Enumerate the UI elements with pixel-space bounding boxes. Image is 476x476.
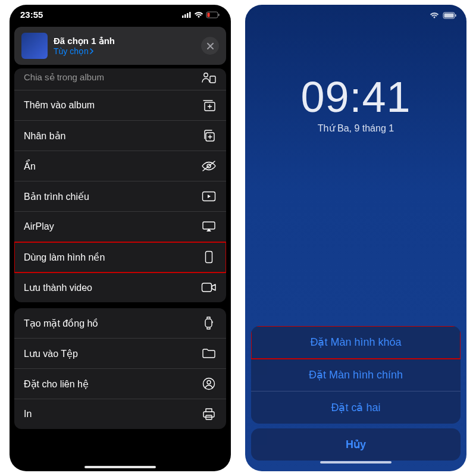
wallpaper-actionsheet: Đặt Màn hình khóaĐặt Màn hình chínhĐặt c… <box>251 326 461 465</box>
svg-rect-1 <box>184 14 186 18</box>
chevron-right-icon <box>90 48 94 54</box>
album-add-icon <box>201 99 217 112</box>
action-row[interactable]: AirPlay <box>14 212 226 242</box>
status-icons <box>182 11 220 18</box>
action-row-label: Thêm vào album <box>24 100 95 111</box>
action-row[interactable]: Lưu vào Tệp <box>14 339 226 369</box>
action-row-label: Tạo mặt đồng hồ <box>24 318 98 329</box>
action-row[interactable]: Tạo mặt đồng hồ <box>14 308 226 339</box>
action-row-label: Đặt cho liên hệ <box>24 378 89 390</box>
header-title: Đã chọn 1 ảnh <box>54 36 195 46</box>
svg-rect-2 <box>187 13 189 18</box>
video-icon <box>201 281 217 294</box>
lock-time: 09:41 <box>245 73 466 121</box>
action-row[interactable]: Thêm vào album <box>14 90 226 121</box>
play-rect-icon <box>201 190 217 203</box>
action-group: Tạo mặt đồng hồLưu vào TệpĐặt cho liên h… <box>14 308 226 429</box>
contact-icon <box>201 377 217 390</box>
action-row-label: AirPlay <box>24 221 54 232</box>
action-row[interactable]: Chia sẻ trong album <box>14 68 226 90</box>
sheet-header: Đã chọn 1 ảnh Tùy chọn <box>14 27 226 65</box>
action-row[interactable]: In <box>14 399 226 429</box>
action-row[interactable]: Dùng làm hình nền <box>14 242 226 273</box>
lock-clock: 09:41 Thứ Ba, 9 tháng 1 <box>245 73 466 134</box>
battery-low-icon <box>206 11 220 18</box>
wallpaper-option-button[interactable]: Đặt Màn hình khóa <box>251 326 461 359</box>
phone-rect-icon <box>201 250 217 264</box>
battery-icon <box>443 12 457 19</box>
action-row-label: Bản trình chiếu <box>24 191 89 202</box>
svg-rect-15 <box>202 283 212 292</box>
status-bar: 23:55 <box>10 5 231 22</box>
status-time: 23:55 <box>20 10 43 20</box>
home-indicator[interactable] <box>84 466 156 468</box>
action-row-label: In <box>24 409 32 419</box>
svg-rect-16 <box>205 319 212 327</box>
action-row-label: Lưu vào Tệp <box>24 348 78 359</box>
wallpaper-set-screen: 09:41 Thứ Ba, 9 tháng 1 Đặt Màn hình khó… <box>245 5 466 471</box>
home-indicator[interactable] <box>320 461 392 464</box>
action-list[interactable]: Chia sẻ trong albumThêm vào albumNhân bả… <box>14 68 226 452</box>
action-row-label: Nhân bản <box>24 130 66 142</box>
action-group: Chia sẻ trong albumThêm vào albumNhân bả… <box>14 68 226 302</box>
svg-rect-8 <box>210 76 215 83</box>
svg-rect-17 <box>212 321 213 323</box>
eye-off-icon <box>201 159 217 173</box>
wallpaper-option-button[interactable]: Đặt Màn hình chính <box>251 359 461 392</box>
duplicate-icon <box>201 129 217 142</box>
svg-rect-14 <box>206 252 212 263</box>
svg-rect-24 <box>455 14 456 17</box>
svg-rect-20 <box>203 412 214 417</box>
person-add-icon <box>201 71 217 84</box>
close-button[interactable] <box>201 37 219 55</box>
action-row-label: Chia sẻ trong album <box>24 72 104 83</box>
svg-rect-5 <box>208 12 210 17</box>
svg-rect-13 <box>203 222 215 229</box>
folder-icon <box>201 347 217 360</box>
print-icon <box>201 408 217 421</box>
watch-icon <box>201 317 217 330</box>
action-row-label: Dùng làm hình nền <box>24 252 105 263</box>
action-row[interactable]: Đặt cho liên hệ <box>14 369 226 399</box>
action-row[interactable]: Nhân bản <box>14 121 226 151</box>
airplay-icon <box>201 220 217 233</box>
svg-point-19 <box>207 381 211 384</box>
svg-point-7 <box>204 73 208 77</box>
close-icon <box>207 43 214 49</box>
action-row[interactable]: Lưu thành video <box>14 273 226 302</box>
action-row-label: Lưu thành video <box>24 282 92 293</box>
action-row[interactable]: Ẩn <box>14 151 226 181</box>
svg-rect-0 <box>182 15 184 18</box>
cancel-button[interactable]: Hủy <box>251 428 461 461</box>
svg-rect-6 <box>218 14 220 16</box>
share-sheet-screen: 23:55 Đã chọn 1 ảnh Tùy chọn Chia sẻ tro… <box>10 5 231 471</box>
wallpaper-option-button[interactable]: Đặt cả hai <box>251 392 461 424</box>
action-row-label: Ẩn <box>24 161 36 172</box>
signal-icon <box>182 11 192 18</box>
selected-photo-thumbnail[interactable] <box>21 33 48 59</box>
action-row[interactable]: Bản trình chiếu <box>14 181 226 212</box>
svg-rect-3 <box>189 12 191 18</box>
svg-rect-23 <box>444 14 454 18</box>
wifi-icon <box>430 12 439 19</box>
wifi-icon <box>194 11 203 18</box>
status-bar <box>245 5 466 19</box>
header-options-link[interactable]: Tùy chọn <box>54 46 195 56</box>
lock-date: Thứ Ba, 9 tháng 1 <box>245 123 466 134</box>
